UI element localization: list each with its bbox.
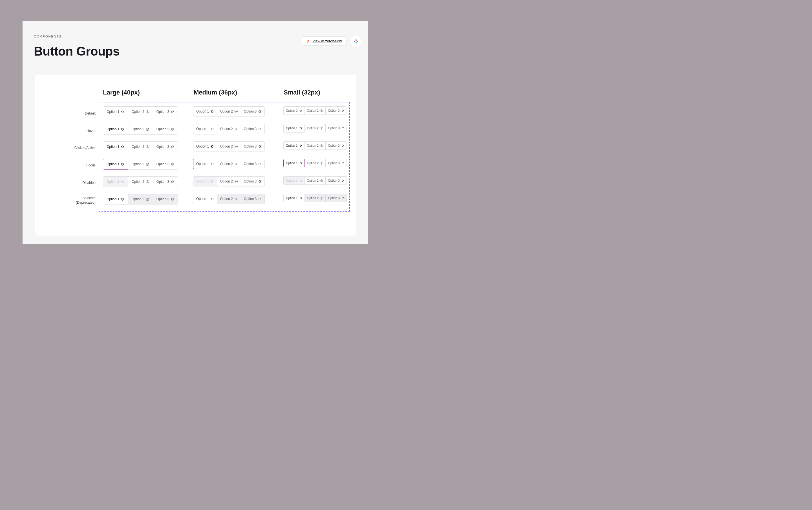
option-2-button[interactable]: Option 2 xyxy=(128,159,153,170)
option-1-button[interactable]: Option 1 xyxy=(103,176,128,187)
option-2-button[interactable]: Option 2 xyxy=(128,141,153,152)
option-3-button[interactable]: Option 3 xyxy=(325,141,347,150)
grid-cell: Option 1 Option 2 Option 3 xyxy=(103,176,193,187)
option-label: Option 3 xyxy=(244,144,257,148)
option-3-button[interactable]: Option 3 xyxy=(153,124,178,135)
grid-cell: Option 1 Option 2 Option 3 xyxy=(283,141,357,152)
grid-cell: Option 1 Option 2 Option 3 xyxy=(103,194,193,204)
redo-icon xyxy=(341,109,344,112)
option-3-button[interactable]: Option 3 xyxy=(325,176,347,185)
grid-cell: Option 1 Option 2 Option 3 xyxy=(103,106,193,117)
option-3-button[interactable]: Option 3 xyxy=(153,159,178,170)
option-label: Option 1 xyxy=(286,179,298,182)
option-2-button[interactable]: Option 2 xyxy=(217,124,241,134)
option-2-button[interactable]: Option 2 xyxy=(304,194,326,202)
option-label: Option 2 xyxy=(131,127,144,131)
option-3-button[interactable]: Option 3 xyxy=(153,194,178,204)
option-1-button[interactable]: Option 1 xyxy=(103,106,128,117)
option-label: Option 2 xyxy=(307,109,319,112)
state-row-selected: Option 1 Option 2 Option 3 Option 1 Opti… xyxy=(103,194,357,204)
option-2-button[interactable]: Option 2 xyxy=(217,159,241,169)
option-1-button[interactable]: Option 1 xyxy=(283,106,305,115)
option-1-button[interactable]: Option 1 xyxy=(193,141,217,151)
option-2-button[interactable]: Option 2 xyxy=(304,124,326,132)
gear-icon xyxy=(234,180,238,183)
option-label: Option 3 xyxy=(156,127,169,131)
gear-icon xyxy=(320,144,323,147)
svg-point-9 xyxy=(236,129,237,129)
view-in-zeroheight-link[interactable]: View in zeroheight xyxy=(302,36,347,46)
redo-icon xyxy=(171,180,174,183)
option-2-button[interactable]: Option 2 xyxy=(217,194,241,204)
column-header-small: Small (32px) xyxy=(283,89,320,96)
option-1-button[interactable]: Option 1 xyxy=(103,194,128,204)
option-1-button[interactable]: Option 1 xyxy=(103,124,128,135)
state-row-active: Option 1 Option 2 Option 3 Option 1 Opti… xyxy=(103,141,357,152)
redo-icon xyxy=(171,128,174,131)
button-group-hover: Option 1 Option 2 Option 3 xyxy=(103,124,178,135)
option-1-button[interactable]: Option 1 xyxy=(193,176,217,187)
gear-icon xyxy=(234,110,238,113)
option-3-button[interactable]: Option 3 xyxy=(153,176,178,187)
option-2-button[interactable]: Option 2 xyxy=(304,159,326,167)
option-3-button[interactable]: Option 3 xyxy=(325,106,347,115)
option-1-button[interactable]: Option 1 xyxy=(283,124,305,132)
undo-icon xyxy=(210,162,214,166)
button-group-grid: Option 1 Option 2 Option 3 Option 1 Opti… xyxy=(103,106,357,211)
option-2-button[interactable]: Option 2 xyxy=(128,106,153,117)
option-3-button[interactable]: Option 3 xyxy=(325,124,347,132)
undo-icon xyxy=(299,197,302,200)
option-1-button[interactable]: Option 1 xyxy=(103,141,128,152)
figma-badge[interactable] xyxy=(351,36,362,47)
option-label: Option 3 xyxy=(244,109,257,113)
option-1-button[interactable]: Option 1 xyxy=(193,106,217,116)
option-2-button[interactable]: Option 2 xyxy=(304,176,326,185)
option-label: Option 1 xyxy=(196,109,209,113)
redo-icon xyxy=(171,197,174,201)
redo-icon xyxy=(258,197,262,201)
svg-point-19 xyxy=(321,180,322,181)
option-1-button[interactable]: Option 1 xyxy=(193,159,217,169)
option-3-button[interactable]: Option 3 xyxy=(241,106,265,116)
option-1-button[interactable]: Option 1 xyxy=(283,176,305,185)
option-1-button[interactable]: Option 1 xyxy=(283,141,305,150)
option-label: Option 3 xyxy=(244,197,257,201)
option-2-button[interactable]: Option 2 xyxy=(128,176,153,187)
undo-icon xyxy=(121,145,124,149)
option-1-button[interactable]: Option 1 xyxy=(283,194,305,202)
option-3-button[interactable]: Option 3 xyxy=(241,124,265,134)
option-2-button[interactable]: Option 2 xyxy=(217,141,241,151)
option-3-button[interactable]: Option 3 xyxy=(153,141,178,152)
option-2-button[interactable]: Option 2 xyxy=(304,106,326,115)
option-3-button[interactable]: Option 3 xyxy=(325,159,347,167)
undo-icon xyxy=(210,110,214,113)
svg-point-12 xyxy=(236,146,237,147)
state-row-focus: Option 1 Option 2 Option 3 Option 1 Opti… xyxy=(103,159,357,170)
option-2-button[interactable]: Option 2 xyxy=(128,124,153,135)
option-1-button[interactable]: Option 1 xyxy=(283,159,305,167)
option-label: Option 2 xyxy=(307,144,319,147)
option-2-button[interactable]: Option 2 xyxy=(128,194,153,204)
gear-icon xyxy=(146,197,149,201)
zeroheight-icon xyxy=(306,39,310,43)
gear-icon xyxy=(320,197,323,200)
option-3-button[interactable]: Option 3 xyxy=(241,159,265,169)
button-group-active: Option 1 Option 2 Option 3 xyxy=(193,141,265,152)
option-3-button[interactable]: Option 3 xyxy=(153,106,178,117)
option-2-button[interactable]: Option 2 xyxy=(217,106,241,116)
option-1-button[interactable]: Option 1 xyxy=(193,194,217,204)
option-label: Option 3 xyxy=(156,145,169,149)
option-3-button[interactable]: Option 3 xyxy=(241,141,265,151)
option-3-button[interactable]: Option 3 xyxy=(325,194,347,202)
option-1-button[interactable]: Option 1 xyxy=(193,124,217,134)
option-1-button[interactable]: Option 1 xyxy=(103,159,128,170)
undo-icon xyxy=(299,126,302,130)
option-label: Option 3 xyxy=(328,196,340,200)
gear-icon xyxy=(146,128,149,131)
option-2-button[interactable]: Option 2 xyxy=(304,141,326,150)
option-2-button[interactable]: Option 2 xyxy=(217,176,241,187)
button-group-hover: Option 1 Option 2 Option 3 xyxy=(283,124,347,135)
gear-icon xyxy=(320,109,323,112)
option-3-button[interactable]: Option 3 xyxy=(241,194,265,204)
option-3-button[interactable]: Option 3 xyxy=(241,176,265,187)
